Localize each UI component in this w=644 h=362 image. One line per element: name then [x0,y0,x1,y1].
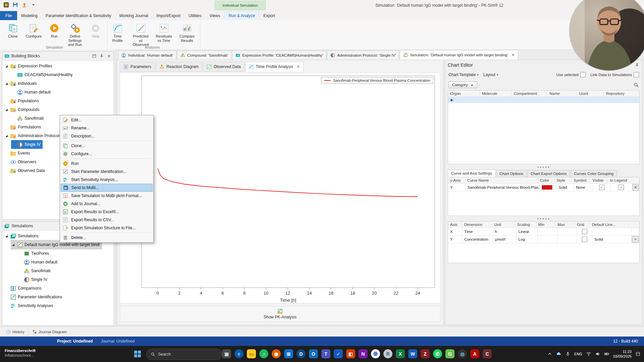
grid-header-3[interactable]: Scaling [515,222,536,228]
onedrive-cloud-icon[interactable] [556,351,561,357]
grid-checkbox[interactable] [582,229,587,234]
ribbon-tab-file[interactable]: File [0,11,17,20]
notifications-icon[interactable] [635,351,641,357]
c-app-icon[interactable]: C [483,349,492,358]
building-block-item-ceacam5-human-healthy[interactable]: CEACAM5|Human|Healthy [11,70,75,79]
simulation-item-sensitivity-analyses[interactable]: Sensitivity Analyses [4,301,55,310]
link-data-checkbox[interactable]: Link Data to Simulations [590,72,639,77]
menu-item-configure[interactable]: Configure... [61,150,153,158]
volume-icon[interactable] [595,351,600,357]
excel-icon[interactable]: X [396,349,405,358]
chart-editor-tab-chart-options[interactable]: Chart Options [496,170,527,177]
chart-editor-tab-curves-color-grouping[interactable]: Curves Color Grouping [571,170,617,177]
close-tab-icon[interactable]: ✕ [297,64,300,69]
taskbar-search[interactable]: Search [146,349,222,360]
bottom-tab-history[interactable]: History [3,328,28,336]
taskbar-clock[interactable]: 11:2303/09/2025 [613,349,632,359]
residuals-vs-time-button[interactable]: Residuals vs Time [153,22,175,44]
stop-button[interactable]: Stop [86,22,105,40]
define-settings-and-run-button[interactable]: Define Settings and Run [65,22,85,48]
tree-expander-icon[interactable]: ◢ [4,234,9,238]
building-block-item-populations[interactable]: Populations [4,97,41,105]
document-tab-simulation-default-human-igg-model-with-[interactable]: Simulation: 'Default human IgG model wit… [400,50,518,60]
search-icon[interactable] [633,82,639,88]
use-selected-checkbox[interactable]: Use selected [556,72,586,77]
grid-header-6[interactable]: In Legend [608,177,629,183]
simulation-item-human-default[interactable]: Human default [18,258,59,266]
explorer-icon[interactable]: ▭ [247,349,256,358]
menu-item-clone[interactable]: Clone... [61,142,153,150]
building-block-item-formulations[interactable]: Formulations [4,123,43,131]
menu-item-description[interactable]: Description... [61,132,153,140]
simulation-item-sanofimab[interactable]: Sanofimab [18,266,52,275]
analysis-tab-observed-data[interactable]: Observed Data [203,62,245,72]
grid-header-0[interactable]: y-Axis [448,177,465,183]
building-block-item-compounds[interactable]: ◢Compounds [4,105,42,114]
bottom-tab-journal-diagram[interactable]: Journal Diagram [29,328,70,336]
building-block-item-events[interactable]: Events [4,149,32,158]
camera-app-icon[interactable]: ◎ [458,349,467,358]
tree-expander-icon[interactable]: ◢ [4,82,9,85]
visible-checkbox[interactable]: ✓ [599,185,604,190]
pin-icon[interactable] [634,62,640,68]
document-tab-individual-human-default[interactable]: Individual: 'Human default' [118,51,176,60]
taskbar-news-widget[interactable]: Finanzüberschrift Inflationsschock... [5,348,36,358]
simulation-item-single-iv[interactable]: Single IV [18,275,49,284]
remove-curve-button[interactable]: ✕ [633,184,639,191]
close-tab-icon[interactable]: ✕ [511,53,515,57]
building-block-item-administration-protocols[interactable]: ◢Administration Protocols [4,131,63,140]
document-tab-expression-profile-ceacam5-human-healthy[interactable]: Expression Profile: 'CEACAM5|Human|Healt… [232,51,326,60]
in-legend-checkbox[interactable]: ✓ [619,185,624,190]
grid-header-7[interactable]: Default Line... [590,222,629,228]
time-profile-button[interactable]: Time Profile [107,22,128,44]
zotero-icon[interactable]: Z [421,349,430,358]
menu-item-export-simulation-structure-to-file[interactable]: Export Simulation Structure to File... [61,224,153,232]
windows-start-icon[interactable] [133,350,142,358]
clone-button[interactable]: Clone [3,22,23,40]
run-button[interactable]: Run [45,22,64,40]
predicted-vs-observed-button[interactable]: Predicted vs Observed [130,22,152,48]
grid-header-6[interactable]: Grid [575,222,590,228]
tree-expander-icon[interactable]: ◢ [4,64,9,68]
close-icon[interactable]: ✕ [106,53,112,59]
expand-icon[interactable]: ▶ [451,98,453,102]
grid-header-0[interactable]: Organ [448,90,480,97]
green-app-icon[interactable]: ♫ [259,349,268,358]
teams-icon[interactable]: T [321,349,330,358]
ribbon-tab-working-journal[interactable]: Working Journal [115,11,152,20]
category-button[interactable]: Category▲ [448,81,477,88]
tree-expander-icon[interactable]: ◢ [4,108,9,111]
grid-header-1[interactable]: Curve Name [465,177,538,183]
grid-header-5[interactable]: Visible [590,177,608,183]
grid-header-4[interactable]: Used [577,90,604,97]
document-tab-administration-protocol-single-iv[interactable]: Administration Protocol: 'Single IV' [327,51,399,60]
menu-item-edit[interactable]: Edit... [61,116,153,124]
simulation-item-twopores[interactable]: TwoPores [18,249,51,258]
ribbon-tab-utilities[interactable]: Utilities [184,11,206,20]
ribbon-tab-import-export[interactable]: Import/Export [152,11,184,20]
menu-item-run[interactable]: Run [61,160,153,168]
whatsapp-icon[interactable]: ✆ [433,349,442,358]
grid-checkbox[interactable] [582,237,587,242]
firefox-icon[interactable]: ◉ [272,349,281,358]
chrome-icon[interactable] [371,349,380,358]
show-pk-analysis-button[interactable]: Show PK-Analysis [120,306,440,322]
menu-item-start-sensitivity-analysis[interactable]: Start Sensitivity Analysis... [61,176,153,184]
simulation-item-simulations[interactable]: ◢Simulations [4,232,41,240]
curve-row-sanofimab-peripheral-venous-bl[interactable]: YSanofimab-Peripheral Venous Blood-Plas.… [448,184,639,191]
todo-icon[interactable]: ✓ [334,349,343,358]
microphone-icon[interactable] [565,351,571,357]
menu-item-send-to-mobi[interactable]: MSend to MoBi... [61,184,153,192]
save-icon[interactable] [12,2,18,8]
grid-header-5[interactable]: Max [555,222,575,228]
grid-header-3[interactable]: Name [547,90,577,97]
hidden-icons-chevron[interactable] [547,351,552,357]
simulation-item-parameter-identifications[interactable]: Parameter Identifications [4,293,64,301]
store-icon[interactable]: ⊞ [284,349,293,358]
axis-row-y[interactable]: YConcentrationµmol/lLogSolid+ [448,236,639,243]
menu-item-export-results-to-excel[interactable]: XExport Results to Excel®... [61,208,153,216]
greenshot-icon[interactable]: G [445,349,454,358]
building-block-item-individuals[interactable]: ◢Individuals [4,79,39,88]
grid-header-1[interactable]: Dimension [462,222,492,228]
compare-results-button[interactable]: Compare Results [176,22,198,44]
